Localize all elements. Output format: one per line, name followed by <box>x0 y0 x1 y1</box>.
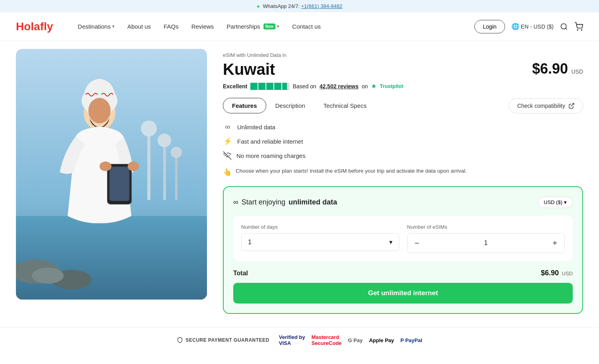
product-info: eSIM with Unlimited Data in Kuwait $6.90… <box>223 49 583 319</box>
total-label: Total <box>233 270 248 277</box>
features-list: ∞ Unlimited data ⚡ Fast and reliable int… <box>223 123 583 160</box>
feature-text-3: No more roaming charges <box>236 152 305 159</box>
total-currency: USD <box>562 271 573 276</box>
phone-link[interactable]: +1(661) 384-8482 <box>301 3 342 9</box>
star-rating <box>250 83 289 90</box>
chevron-down-icon: ▾ <box>277 24 279 29</box>
purchase-header: ∞ Start enjoying unlimited data USD ($) … <box>233 197 573 208</box>
buy-button[interactable]: Get unlimited internet <box>233 283 573 304</box>
decrement-esims-button[interactable]: − <box>408 234 427 253</box>
review-based-on: Based on <box>293 83 316 90</box>
tab-description[interactable]: Description <box>266 98 314 113</box>
lang-label: EN - USD ($) <box>521 23 554 30</box>
feature-text-2: Fast and reliable internet <box>237 138 303 145</box>
secure-badge: SECURE PAYMENT GUARANTEED <box>177 337 269 343</box>
nav-reviews[interactable]: Reviews <box>187 20 219 33</box>
svg-rect-9 <box>147 128 150 200</box>
shield-icon <box>177 337 183 343</box>
tabs-group: Features Description Technical Specs <box>223 98 376 113</box>
svg-point-21 <box>100 162 111 171</box>
main-content: eSIM with Unlimited Data in Kuwait $6.90… <box>0 41 599 327</box>
start-enjoying-text: Start enjoying <box>242 198 285 206</box>
svg-point-22 <box>128 162 139 171</box>
logo[interactable]: Holafly <box>16 20 53 33</box>
trustpilot-logo: Trustpilot <box>380 83 403 89</box>
nav-about[interactable]: About us <box>123 20 156 33</box>
svg-point-8 <box>32 268 64 284</box>
infinity-icon-2: ∞ <box>233 198 238 206</box>
footer-bar: SECURE PAYMENT GUARANTEED Verified byVIS… <box>0 327 599 352</box>
infinity-icon: ∞ <box>223 123 232 131</box>
language-selector[interactable]: 🌐 EN - USD ($) <box>511 23 554 30</box>
feature-fast-internet: ⚡ Fast and reliable internet <box>223 137 583 146</box>
star-1 <box>250 83 258 90</box>
days-select[interactable]: 1 ▾ <box>241 233 399 251</box>
external-link-icon <box>568 103 575 109</box>
product-price: $6.90 USD <box>532 60 583 77</box>
svg-rect-11 <box>163 140 166 200</box>
globe-icon: 🌐 <box>511 23 519 30</box>
chevron-down-icon: ▾ <box>112 24 115 29</box>
gpay-logo: G Pay <box>348 337 363 343</box>
secure-label: SECURE PAYMENT GUARANTEED <box>185 337 269 343</box>
feature-no-roaming: No more roaming charges <box>223 151 583 160</box>
svg-point-0 <box>561 23 566 29</box>
chevron-down-icon: ▾ <box>564 199 567 205</box>
tab-features[interactable]: Features <box>223 98 266 113</box>
product-title: Kuwait <box>223 60 275 78</box>
whatsapp-icon: ● <box>257 3 260 9</box>
lightning-icon: ⚡ <box>223 137 232 146</box>
feature-unlimited-data: ∞ Unlimited data <box>223 123 583 131</box>
cart-button[interactable] <box>574 22 583 31</box>
svg-rect-13 <box>175 152 178 200</box>
top-bar: ● WhatsApp 24/7: +1(661) 384-8482 <box>0 0 599 12</box>
svg-rect-5 <box>16 216 207 300</box>
currency-dropdown[interactable]: USD ($) ▾ <box>538 197 573 208</box>
mastercard-logo: MastercardSecureCode <box>311 334 341 346</box>
svg-rect-20 <box>110 167 129 200</box>
trustpilot-row: Excellent Based on 42,502 reviews on ★ T… <box>223 82 583 90</box>
nav-partnerships[interactable]: Partnerships New ▾ <box>222 20 284 33</box>
svg-point-17 <box>88 98 111 123</box>
days-value: 1 <box>248 239 252 246</box>
tab-technical-specs[interactable]: Technical Specs <box>314 98 376 113</box>
applepay-logo: Apple Pay <box>369 337 394 343</box>
product-subtitle: eSIM with Unlimited Data in <box>223 52 583 58</box>
visa-logo: Verified byVISA <box>279 334 305 346</box>
svg-line-1 <box>566 28 567 29</box>
esims-label: Number of eSIMs <box>407 224 565 230</box>
total-row: Total $6.90 USD <box>233 269 573 277</box>
svg-point-12 <box>158 134 171 147</box>
svg-point-14 <box>171 147 182 158</box>
days-label: Number of days <box>241 224 399 230</box>
star-2 <box>258 83 265 90</box>
esims-stepper: − 1 + <box>407 233 565 253</box>
payment-logos: Verified byVISA MastercardSecureCode G P… <box>279 334 422 346</box>
nav-contact[interactable]: Contact us <box>287 20 326 33</box>
product-tabs: Features Description Technical Specs Che… <box>223 98 583 113</box>
svg-point-3 <box>581 29 582 30</box>
days-selector-group: Number of days 1 ▾ <box>241 224 399 253</box>
login-button[interactable]: Login <box>474 20 505 33</box>
review-count-link[interactable]: 42,502 reviews <box>320 83 359 90</box>
svg-line-23 <box>571 103 574 106</box>
hand-icon: 👆 <box>223 168 232 177</box>
days-dropdown-chevron: ▾ <box>389 238 392 246</box>
increment-esims-button[interactable]: + <box>545 234 564 253</box>
search-button[interactable] <box>560 23 568 31</box>
star-4 <box>274 83 281 90</box>
product-image <box>16 49 207 300</box>
svg-point-10 <box>141 121 157 136</box>
trustpilot-star-icon: ★ <box>371 82 377 90</box>
plan-note-text: Choose when your plan starts! Install th… <box>236 168 467 174</box>
nav-faqs[interactable]: FAQs <box>159 20 183 33</box>
esims-value: 1 <box>427 239 546 247</box>
unlimited-label: ∞ Start enjoying unlimited data <box>233 198 337 206</box>
whatsapp-text: WhatsApp 24/7: <box>263 3 300 9</box>
paypal-logo: P PayPal <box>400 337 422 343</box>
svg-point-2 <box>577 29 578 30</box>
check-compatibility-button[interactable]: Check compatibility <box>509 98 583 113</box>
total-price: $6.90 <box>541 269 559 277</box>
nav-destinations[interactable]: Destinations ▾ <box>73 20 119 33</box>
review-on-text: on <box>362 83 368 90</box>
